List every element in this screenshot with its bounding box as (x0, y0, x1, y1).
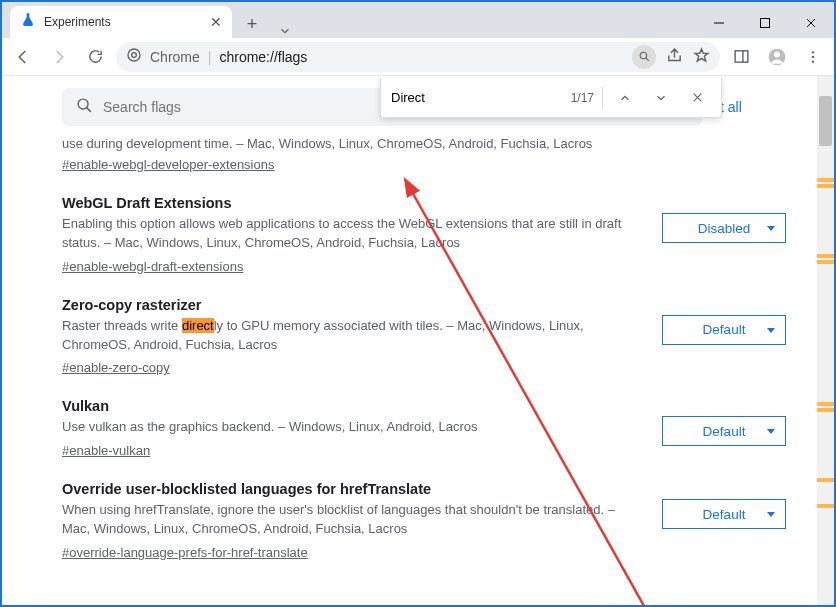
flag-desc: Enabling this option allows web applicat… (62, 215, 634, 253)
flag-select[interactable]: Default (662, 315, 786, 345)
svg-point-7 (812, 51, 814, 53)
flag-anchor[interactable]: #enable-webgl-draft-extensions (62, 259, 243, 274)
svg-point-10 (78, 99, 88, 109)
reload-button[interactable] (80, 42, 110, 72)
svg-point-8 (812, 55, 814, 57)
find-input[interactable] (391, 90, 563, 105)
maximize-button[interactable] (742, 8, 788, 38)
find-next-button[interactable] (647, 84, 675, 112)
svg-point-1 (128, 49, 140, 61)
search-highlight: direct (182, 318, 214, 333)
close-window-button[interactable] (788, 8, 834, 38)
flag-select[interactable]: Disabled (662, 213, 786, 243)
browser-toolbar: Chrome | chrome://flags (2, 38, 834, 76)
flag-title: WebGL Draft Extensions (62, 195, 634, 211)
find-prev-button[interactable] (611, 84, 639, 112)
scrollbar-find-tick (817, 408, 834, 412)
scrollbar-find-tick (817, 504, 834, 508)
flag-row: WebGL Draft Extensions Enabling this opt… (20, 173, 816, 275)
chrome-icon (126, 47, 142, 66)
svg-point-6 (774, 51, 780, 57)
flag-anchor[interactable]: #enable-webgl-developer-extensions (62, 157, 274, 172)
flag-title: Override user-blocklisted languages for … (62, 481, 634, 497)
scrollbar-find-tick (817, 478, 834, 482)
reset-all-link[interactable]: t all (720, 99, 772, 115)
page-viewport: t all use during development time. – Mac… (2, 76, 834, 605)
forward-button[interactable] (44, 42, 74, 72)
find-close-button[interactable] (683, 84, 711, 112)
scrollbar-thumb[interactable] (819, 96, 832, 146)
svg-point-9 (812, 60, 814, 62)
svg-point-2 (132, 53, 137, 58)
svg-rect-0 (761, 19, 770, 28)
flag-desc: Raster threads write directly to GPU mem… (62, 317, 634, 355)
scrollbar-find-tick (817, 178, 834, 182)
svg-point-3 (640, 52, 647, 59)
address-bar[interactable]: Chrome | chrome://flags (116, 42, 720, 72)
side-panel-button[interactable] (726, 42, 756, 72)
url-scheme-label: Chrome (150, 49, 200, 65)
tab-title: Experiments (44, 15, 202, 29)
flag-select[interactable]: Default (662, 416, 786, 446)
url-text: chrome://flags (219, 49, 307, 65)
browser-tab[interactable]: Experiments ✕ (10, 6, 232, 38)
scrollbar-find-tick (817, 402, 834, 406)
back-button[interactable] (8, 42, 38, 72)
flag-row: Zero-copy rasterizer Raster threads writ… (20, 275, 816, 377)
find-count: 1/17 (571, 91, 594, 105)
scrollbar-find-tick (817, 260, 834, 264)
close-icon[interactable]: ✕ (210, 14, 222, 30)
flag-desc: Use vulkan as the graphics backend. – Wi… (62, 418, 634, 437)
flask-icon (20, 12, 36, 32)
flag-anchor[interactable]: #override-language-prefs-for-href-transl… (62, 545, 308, 560)
share-icon[interactable] (666, 47, 683, 67)
scrollbar-find-tick (817, 184, 834, 188)
profile-button[interactable] (762, 42, 792, 72)
scrollbar[interactable] (817, 76, 834, 605)
bookmark-icon[interactable] (693, 47, 710, 67)
flag-desc: When using hrefTranslate, ignore the use… (62, 501, 634, 539)
window-titlebar: Experiments ✕ + (2, 2, 834, 38)
clipped-flag-desc: use during development time. – Mac, Wind… (20, 136, 816, 151)
minimize-button[interactable] (696, 8, 742, 38)
new-tab-button[interactable]: + (238, 10, 266, 38)
flag-title: Zero-copy rasterizer (62, 297, 634, 313)
scrollbar-find-tick (817, 254, 834, 258)
search-icon (76, 97, 93, 118)
window-controls (696, 8, 834, 38)
find-in-page-bar: 1/17 (380, 78, 722, 118)
flag-anchor[interactable]: #enable-zero-copy (62, 360, 170, 375)
flag-row: Override user-blocklisted languages for … (20, 459, 816, 561)
find-indicator-icon[interactable] (632, 45, 656, 69)
flag-title: Vulkan (62, 398, 634, 414)
tab-search-button[interactable] (266, 24, 304, 38)
flag-row: Vulkan Use vulkan as the graphics backen… (20, 376, 816, 459)
svg-rect-4 (735, 51, 748, 62)
menu-button[interactable] (798, 42, 828, 72)
flag-select[interactable]: Default (662, 499, 786, 529)
flag-anchor[interactable]: #enable-vulkan (62, 443, 150, 458)
